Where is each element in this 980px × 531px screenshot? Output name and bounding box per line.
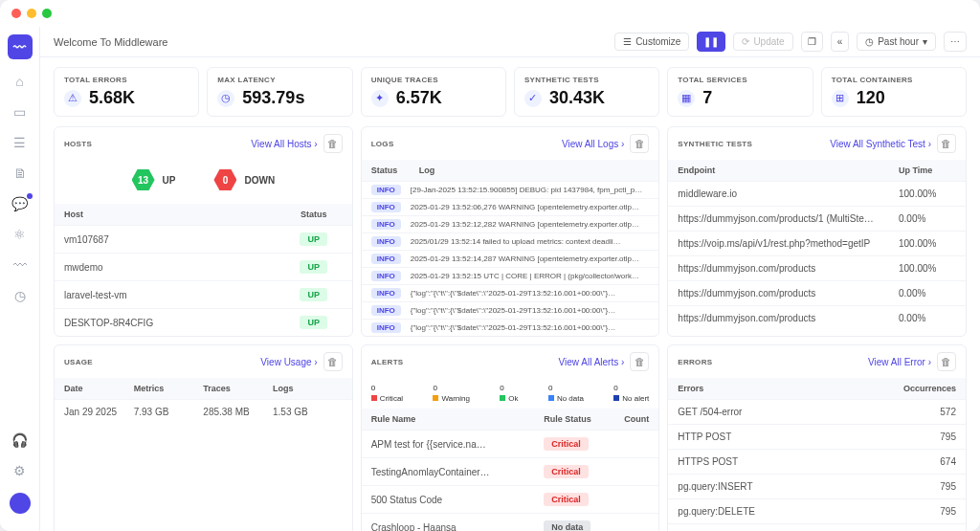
window-close-icon[interactable] <box>11 9 21 18</box>
view-all-hosts-link[interactable]: View All Hosts › <box>251 139 317 149</box>
logs-panel: LOGS View All Logs › 🗑 StatusLog INFO[29… <box>361 126 660 337</box>
error-name: HTTPS POST <box>678 456 889 467</box>
log-row[interactable]: INFO2025/01/29 13:52:14 failed to upload… <box>362 232 659 250</box>
alert-stat: 0No alert <box>613 384 649 403</box>
host-row[interactable]: vm107687UP <box>55 225 352 253</box>
usage-col: Logs <box>273 384 343 393</box>
error-row[interactable]: GET /504-error572 <box>668 399 966 424</box>
uptime-text: 0.00% <box>899 213 956 224</box>
rule-status-badge: No data <box>544 520 590 531</box>
delete-button[interactable]: 🗑 <box>630 134 649 153</box>
endpoint-text: https://dummyjson.com/products <box>678 263 899 274</box>
host-row[interactable]: DESKTOP-8R4CFIGUP <box>55 308 352 336</box>
rule-status-badge: Critical <box>544 465 589 478</box>
alert-color-icon <box>371 395 377 401</box>
log-row[interactable]: INFO2025-01-29 13:52:12,282 WARNING [ope… <box>362 215 659 232</box>
synthetic-row[interactable]: https://dummyjson.com/products0.00% <box>668 280 966 305</box>
synthetic-row[interactable]: https://dummyjson.com/products0.00% <box>668 305 966 330</box>
synthetic-row[interactable]: middleware.io100.00% <box>668 181 966 206</box>
nav-file-icon[interactable]: 🗎 <box>11 165 29 182</box>
usage-panel: USAGE View Usage › 🗑 DateMetricsTracesLo… <box>54 344 353 531</box>
alert-row[interactable]: APM test for {{service.na…Critical <box>362 430 659 457</box>
alert-color-icon <box>500 395 505 401</box>
logo[interactable]: 〰 <box>8 34 33 59</box>
view-all-errors-link[interactable]: View All Error › <box>868 357 931 367</box>
log-row[interactable]: INFO2025-01-29 13:52:06,276 WARNING [ope… <box>362 198 659 215</box>
nav-list-icon[interactable]: ☰ <box>11 134 29 151</box>
host-name: DESKTOP-8R4CFIG <box>64 318 285 328</box>
hosts-title: HOSTS <box>64 140 92 148</box>
delete-button[interactable]: 🗑 <box>323 134 343 153</box>
stat-icon: ✓ <box>524 90 542 107</box>
uptime-text: 100.00% <box>899 188 956 199</box>
stat-icon: ⊞ <box>832 90 849 107</box>
view-usage-link[interactable]: View Usage › <box>260 357 317 367</box>
nav-graph-icon[interactable]: ⚛ <box>11 226 29 243</box>
nav-monitor-icon[interactable]: ▭ <box>11 103 29 121</box>
window-minimize-icon[interactable] <box>27 9 36 18</box>
update-button[interactable]: ⟳Update <box>733 33 792 51</box>
uptime-text: 0.00% <box>899 288 956 299</box>
alert-row[interactable]: TestingAnomlayContainer…Critical <box>362 457 659 485</box>
log-row[interactable]: INFO[29-Jan-2025 13:52:15.900855] DEBUG:… <box>362 181 659 198</box>
window-maximize-icon[interactable] <box>42 9 52 18</box>
alert-row[interactable]: 500 Status CodeCritical <box>362 485 659 513</box>
delete-button[interactable]: 🗑 <box>323 352 343 371</box>
customize-button[interactable]: ☰Customize <box>614 33 689 51</box>
delete-button[interactable]: 🗑 <box>630 352 649 371</box>
copy-button[interactable]: ❐ <box>801 32 823 52</box>
error-row[interactable]: HTTP POST795 <box>668 424 966 449</box>
uptime-text: 0.00% <box>899 313 956 323</box>
alert-stat: 0Critical <box>371 384 403 403</box>
endpoint-text: https://voip.ms/api/v1/rest.php?method=g… <box>678 238 899 249</box>
log-row[interactable]: INFO{"log":"{\"t\":{\"$date\":\"2025-01-… <box>362 301 659 319</box>
host-row[interactable]: mwdemoUP <box>55 253 352 280</box>
error-row[interactable]: pg.query:UPDATE795 <box>668 523 966 531</box>
log-row[interactable]: INFO{"log":"{\"t\":{\"$date\":\"2025-01-… <box>362 284 659 301</box>
hosts-panel: HOSTS View All Hosts › 🗑 13 UP <box>54 126 353 337</box>
endpoint-text: https://dummyjson.com/products <box>678 313 899 323</box>
synthetic-row[interactable]: https://dummyjson.com/products/1 (MultiS… <box>668 206 966 231</box>
errors-panel: ERRORS View All Error › 🗑 ErrorsOccurren… <box>667 344 967 531</box>
alerts-title: ALERTS <box>371 358 404 366</box>
log-row[interactable]: INFO2025-01-29 13:52:15 UTC | CORE | ERR… <box>362 267 659 284</box>
log-level-badge: INFO <box>371 185 401 195</box>
hexagon-down-icon: 0 <box>213 169 236 190</box>
synthetic-row[interactable]: https://dummyjson.com/products100.00% <box>668 255 966 280</box>
alerts-panel: ALERTS View All Alerts › 🗑 0Critical0War… <box>361 344 660 531</box>
host-row[interactable]: laravel-test-vmUP <box>55 280 352 308</box>
delete-button[interactable]: 🗑 <box>937 134 956 153</box>
timerange-select[interactable]: ◷Past hour▾ <box>857 33 936 51</box>
host-name: laravel-test-vm <box>64 290 285 300</box>
stat-card: MAX LATENCY◷593.79s <box>207 67 352 117</box>
nav-clock-icon[interactable]: ◷ <box>11 287 29 304</box>
more-button[interactable]: ⋯ <box>944 32 967 52</box>
view-all-synthetic-link[interactable]: View All Synthetic Test › <box>830 139 931 149</box>
usage-cell: 7.93 GB <box>134 407 204 417</box>
alert-row[interactable]: Crashloop - HaansaNo data <box>362 513 659 531</box>
log-row[interactable]: INFO2025-01-29 13:52:14,287 WARNING [ope… <box>362 250 659 267</box>
user-avatar[interactable] <box>10 493 31 514</box>
nav-headset-icon[interactable]: 🎧 <box>11 431 29 449</box>
endpoint-text: middleware.io <box>678 188 899 199</box>
alert-label: Ok <box>508 394 518 403</box>
nav-settings-icon[interactable]: ⚙ <box>11 462 29 479</box>
nav-activity-icon[interactable]: 〰 <box>11 256 29 274</box>
pause-button[interactable]: ❚❚ <box>697 32 725 52</box>
view-all-alerts-link[interactable]: View All Alerts › <box>559 357 625 367</box>
view-all-logs-link[interactable]: View All Logs › <box>562 139 624 149</box>
stat-value: 120 <box>857 88 885 108</box>
error-row[interactable]: pg.query:DELETE795 <box>668 498 966 523</box>
log-row[interactable]: INFO{"log":"{\"t\":{\"$date\":\"2025-01-… <box>362 319 659 336</box>
error-row[interactable]: HTTPS POST674 <box>668 449 966 474</box>
stat-icon: ✦ <box>371 90 389 107</box>
nav-home-icon[interactable]: ⌂ <box>11 73 29 90</box>
delete-button[interactable]: 🗑 <box>937 352 956 371</box>
stat-card: TOTAL ERRORS⚠5.68K <box>54 67 199 117</box>
error-row[interactable]: pg.query:INSERT795 <box>668 474 966 498</box>
alert-color-icon <box>548 395 554 401</box>
collapse-button[interactable]: « <box>831 32 850 52</box>
endpoint-text: https://dummyjson.com/products <box>678 288 899 299</box>
nav-chat-icon[interactable]: 💬 <box>11 195 29 212</box>
synthetic-row[interactable]: https://voip.ms/api/v1/rest.php?method=g… <box>668 231 966 255</box>
